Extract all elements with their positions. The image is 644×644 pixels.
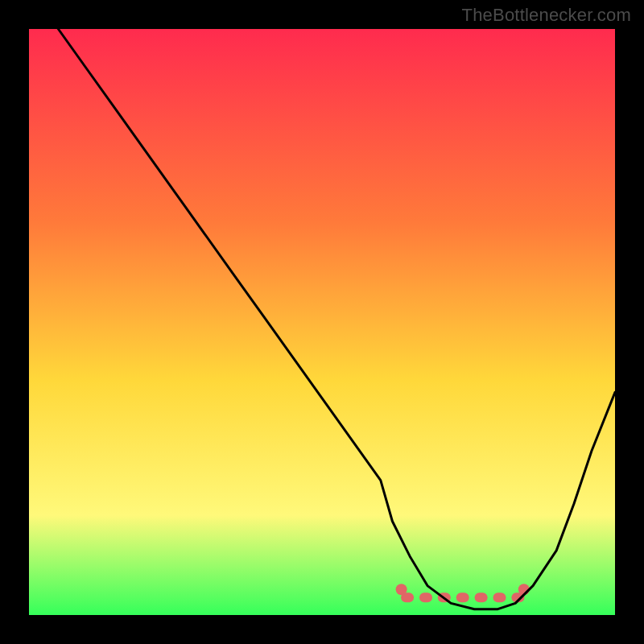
valley-endcap <box>396 584 407 595</box>
plot-area <box>29 29 615 615</box>
watermark-text: TheBottlenecker.com <box>462 5 631 26</box>
chart-container: TheBottlenecker.com <box>0 0 644 644</box>
chart-svg <box>0 0 644 644</box>
valley-dash <box>475 592 488 602</box>
valley-dash <box>419 592 432 602</box>
valley-dash <box>493 592 506 602</box>
valley-dash <box>456 592 469 602</box>
